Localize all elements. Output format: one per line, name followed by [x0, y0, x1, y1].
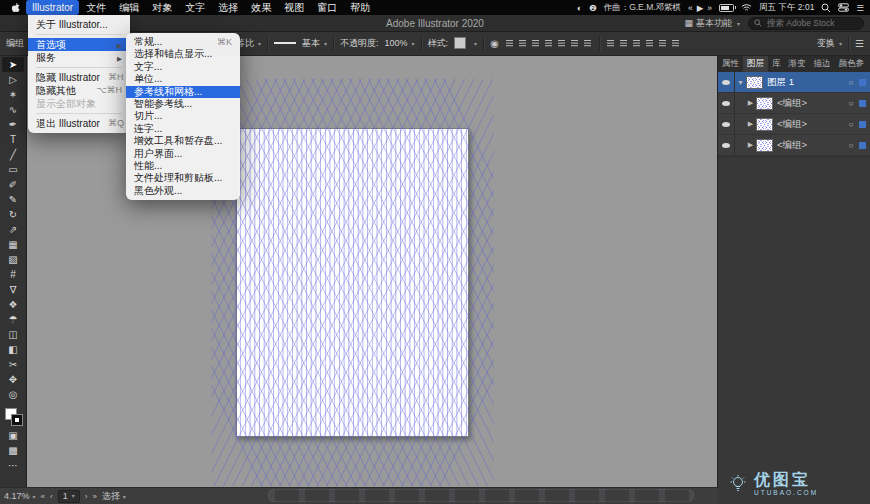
- menu-item-file-handling-clipboard[interactable]: 文件处理和剪贴板...: [126, 172, 240, 184]
- target-circle-icon[interactable]: [845, 99, 857, 108]
- rectangle-tool[interactable]: ▭: [2, 162, 24, 177]
- selection-color-chip[interactable]: [859, 142, 866, 149]
- tab-color-guide[interactable]: 颜色参: [835, 55, 869, 72]
- layer-name[interactable]: 图层 1: [767, 76, 794, 89]
- distribute-bottom-icon[interactable]: [632, 38, 642, 48]
- line-segment-tool[interactable]: ╱: [2, 147, 24, 162]
- menu-item-appearance-of-black[interactable]: 黑色外观...: [126, 185, 240, 197]
- control-center-icon[interactable]: [838, 3, 849, 12]
- menu-item-type[interactable]: 文字...: [126, 61, 240, 73]
- recolor-artwork-icon[interactable]: ◉: [490, 38, 499, 49]
- magic-wand-tool[interactable]: ✶: [2, 87, 24, 102]
- apple-menu[interactable]: [6, 2, 25, 13]
- menu-item-hide-others[interactable]: 隐藏其他⌥⌘H: [28, 84, 130, 97]
- selection-color-chip[interactable]: [859, 79, 866, 86]
- notification-center-icon[interactable]: ☰: [856, 3, 864, 13]
- align-top-icon[interactable]: [544, 38, 554, 48]
- opacity-value-dropdown[interactable]: 100%: [385, 38, 415, 48]
- menu-illustrator[interactable]: Illustrator: [26, 0, 79, 15]
- menu-help[interactable]: 帮助: [344, 0, 376, 15]
- draw-normal-mode-icon[interactable]: ▣: [2, 428, 24, 443]
- menu-item-selection-anchor-display[interactable]: 选择和锚点显示...: [126, 48, 240, 60]
- target-circle-icon[interactable]: [845, 78, 857, 87]
- visibility-toggle[interactable]: [718, 93, 735, 113]
- tab-libraries[interactable]: 库: [768, 55, 785, 72]
- artboard-number-field[interactable]: 1: [58, 490, 80, 503]
- distribute-left-icon[interactable]: [645, 38, 655, 48]
- tab-gradient[interactable]: 渐变: [785, 55, 810, 72]
- menu-item-smart-guides[interactable]: 智能参考线...: [126, 98, 240, 110]
- layer-name[interactable]: <编组>: [777, 118, 807, 131]
- disclosure-triangle-icon[interactable]: ▶: [745, 141, 756, 149]
- direct-selection-tool[interactable]: ▷: [2, 72, 24, 87]
- menu-item-hyphenation[interactable]: 连字...: [126, 123, 240, 135]
- align-left-icon[interactable]: [505, 38, 515, 48]
- gradient-tool[interactable]: ▧: [2, 252, 24, 267]
- menu-item-plugins-scratch-disks[interactable]: 增效工具和暂存盘...: [126, 135, 240, 147]
- disclosure-triangle-icon[interactable]: ▶: [745, 120, 756, 128]
- menu-item-guides-grid[interactable]: 参考线和网格...: [126, 86, 240, 98]
- visibility-toggle[interactable]: [718, 72, 735, 92]
- tab-layers[interactable]: 图层: [743, 55, 768, 72]
- align-right-icon[interactable]: [531, 38, 541, 48]
- hand-tool[interactable]: ✥: [2, 372, 24, 387]
- mesh-tool[interactable]: #: [2, 267, 24, 282]
- menu-file[interactable]: 文件: [80, 0, 112, 15]
- toolbar-more-icon[interactable]: ⋯: [2, 458, 24, 473]
- disclosure-triangle-icon[interactable]: ▼: [735, 79, 746, 86]
- menu-type[interactable]: 文字: [179, 0, 211, 15]
- previous-artboard-icon[interactable]: [50, 492, 53, 501]
- tab-properties[interactable]: 属性: [718, 55, 743, 72]
- menu-item-units[interactable]: 单位...: [126, 73, 240, 85]
- layer-name[interactable]: <编组>: [777, 97, 807, 110]
- first-artboard-icon[interactable]: [41, 492, 45, 501]
- type-tool[interactable]: T: [2, 132, 24, 147]
- brush-definition-dropdown[interactable]: 基本: [302, 37, 327, 50]
- display-icon[interactable]: ◐: [577, 3, 582, 13]
- next-artboard-icon[interactable]: [85, 492, 88, 501]
- menu-effect[interactable]: 效果: [245, 0, 277, 15]
- selection-color-chip[interactable]: [859, 100, 866, 107]
- stock-search-box[interactable]: [748, 17, 864, 30]
- scale-tool[interactable]: ⇗: [2, 222, 24, 237]
- menu-window[interactable]: 窗口: [311, 0, 343, 15]
- transform-dropdown[interactable]: 变换: [817, 37, 842, 50]
- graphic-style-swatch[interactable]: [454, 37, 466, 49]
- play-pause-icon[interactable]: ▶: [697, 3, 704, 13]
- variable-width-profile[interactable]: [274, 42, 296, 44]
- layer-name[interactable]: <编组>: [777, 139, 807, 152]
- menu-item-about[interactable]: 关于 Illustrator...: [28, 18, 130, 31]
- stroke-swatch[interactable]: [12, 415, 22, 425]
- target-circle-icon[interactable]: [845, 120, 857, 129]
- rotate-tool[interactable]: ↻: [2, 207, 24, 222]
- tab-stroke[interactable]: 描边: [810, 55, 835, 72]
- menu-edit[interactable]: 编辑: [113, 0, 145, 15]
- distribute-v-center-icon[interactable]: [619, 38, 629, 48]
- adobe-stock-search-input[interactable]: [765, 17, 855, 29]
- artboard-tool[interactable]: ◧: [2, 342, 24, 357]
- menu-item-services[interactable]: 服务: [28, 51, 130, 64]
- layer-row-group1[interactable]: ▶ <编组>: [718, 93, 870, 114]
- free-transform-tool[interactable]: ▦: [2, 237, 24, 252]
- menu-item-slices[interactable]: 切片...: [126, 110, 240, 122]
- lasso-tool[interactable]: ∿: [2, 102, 24, 117]
- notification-badge[interactable]: ❷: [589, 3, 597, 13]
- artboard[interactable]: [236, 128, 469, 437]
- symbol-sprayer-tool[interactable]: ☂: [2, 312, 24, 327]
- layer-row-group2[interactable]: ▶ <编组>: [718, 114, 870, 135]
- fill-stroke-indicator[interactable]: [4, 407, 22, 425]
- target-circle-icon[interactable]: [845, 141, 857, 150]
- menu-object[interactable]: 对象: [146, 0, 178, 15]
- distribute-top-icon[interactable]: [606, 38, 616, 48]
- align-more-icon[interactable]: [583, 38, 593, 48]
- paintbrush-tool[interactable]: ✐: [2, 177, 24, 192]
- screen-mode-icon[interactable]: ▩: [2, 443, 24, 458]
- visibility-toggle[interactable]: [718, 114, 735, 134]
- graph-tool[interactable]: ◫: [2, 327, 24, 342]
- menu-item-preferences[interactable]: 首选项: [28, 38, 130, 51]
- last-artboard-icon[interactable]: [92, 492, 96, 501]
- layer-row-layer1[interactable]: ▼ 图层 1: [718, 72, 870, 93]
- zoom-level-dropdown[interactable]: 4.17%: [4, 491, 36, 501]
- align-bottom-icon[interactable]: [570, 38, 580, 48]
- menu-item-performance[interactable]: 性能...: [126, 160, 240, 172]
